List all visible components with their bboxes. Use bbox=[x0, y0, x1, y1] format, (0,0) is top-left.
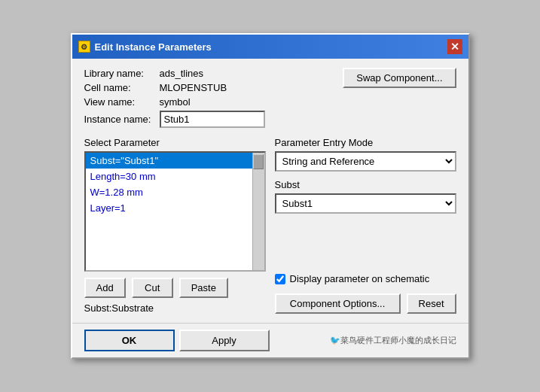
cut-button[interactable]: Cut bbox=[132, 278, 173, 298]
view-label: View name: bbox=[84, 96, 160, 108]
subst-dropdown[interactable]: Subst1 bbox=[275, 193, 456, 214]
main-buttons-row: OK Apply 🐦菜鸟硬件工程师小魔的成长日记 bbox=[72, 323, 468, 357]
param-item-length[interactable]: Length=30 mm bbox=[86, 169, 264, 184]
component-options-button[interactable]: Component Options... bbox=[275, 293, 401, 314]
component-reset-row: Component Options... Reset bbox=[275, 293, 456, 314]
param-action-buttons: Add Cut Paste bbox=[84, 278, 266, 298]
ok-button[interactable]: OK bbox=[84, 330, 175, 351]
instance-name-input[interactable] bbox=[160, 111, 265, 128]
select-param-label: Select Parameter bbox=[84, 137, 266, 148]
listbox-scrollbar[interactable] bbox=[252, 153, 264, 270]
info-block: Library name: ads_tlines Cell name: MLOP… bbox=[84, 68, 343, 131]
two-col-layout: Select Parameter Subst="Subst1" Length=3… bbox=[84, 137, 456, 314]
paste-button[interactable]: Paste bbox=[179, 278, 228, 298]
display-check-label: Display parameter on schematic bbox=[290, 273, 430, 284]
view-value: symbol bbox=[160, 96, 191, 108]
add-button[interactable]: Add bbox=[84, 278, 126, 298]
instance-label: Instance name: bbox=[84, 114, 160, 125]
close-button[interactable]: ✕ bbox=[447, 39, 462, 54]
param-item-layer[interactable]: Layer=1 bbox=[86, 200, 264, 216]
entry-mode-dropdown[interactable]: String and Reference Value Expression bbox=[275, 151, 456, 172]
dialog-body: Library name: ads_tlines Cell name: MLOP… bbox=[72, 59, 468, 323]
entry-mode-label: Parameter Entry Mode bbox=[275, 137, 456, 148]
title-bar: ⚙ Edit Instance Parameters ✕ bbox=[72, 35, 468, 59]
swap-component-button[interactable]: Swap Component... bbox=[343, 68, 456, 88]
dialog-icon: ⚙ bbox=[78, 41, 90, 53]
param-item-subst[interactable]: Subst="Subst1" bbox=[86, 153, 264, 169]
library-row: Library name: ads_tlines bbox=[84, 68, 343, 79]
edit-instance-dialog: ⚙ Edit Instance Parameters ✕ Library nam… bbox=[71, 33, 470, 359]
watermark-text: 🐦菜鸟硬件工程师小魔的成长日记 bbox=[274, 335, 456, 346]
reset-button[interactable]: Reset bbox=[407, 293, 456, 314]
library-value: ads_tlines bbox=[160, 68, 204, 79]
left-column: Select Parameter Subst="Subst1" Length=3… bbox=[84, 137, 266, 314]
cell-value: MLOPENSTUB bbox=[160, 82, 227, 93]
subst-label: Subst bbox=[275, 179, 456, 190]
scrollbar-thumb[interactable] bbox=[253, 154, 264, 169]
instance-row: Instance name: bbox=[84, 111, 343, 128]
param-listbox[interactable]: Subst="Subst1" Length=30 mm W=1.28 mm La… bbox=[84, 151, 266, 272]
info-section: Library name: ads_tlines Cell name: MLOP… bbox=[84, 68, 456, 131]
cell-label: Cell name: bbox=[84, 82, 160, 93]
status-text: Subst:Substrate bbox=[84, 302, 266, 314]
param-item-w[interactable]: W=1.28 mm bbox=[86, 184, 264, 200]
display-checkbox[interactable] bbox=[275, 274, 285, 284]
cell-row: Cell name: MLOPENSTUB bbox=[84, 82, 343, 93]
display-check-row: Display parameter on schematic bbox=[275, 243, 456, 284]
right-column: Parameter Entry Mode String and Referenc… bbox=[275, 137, 456, 314]
title-bar-left: ⚙ Edit Instance Parameters bbox=[78, 41, 212, 53]
apply-button[interactable]: Apply bbox=[179, 330, 270, 351]
view-row: View name: symbol bbox=[84, 96, 343, 108]
library-label: Library name: bbox=[84, 68, 160, 79]
dialog-title: Edit Instance Parameters bbox=[95, 41, 212, 53]
